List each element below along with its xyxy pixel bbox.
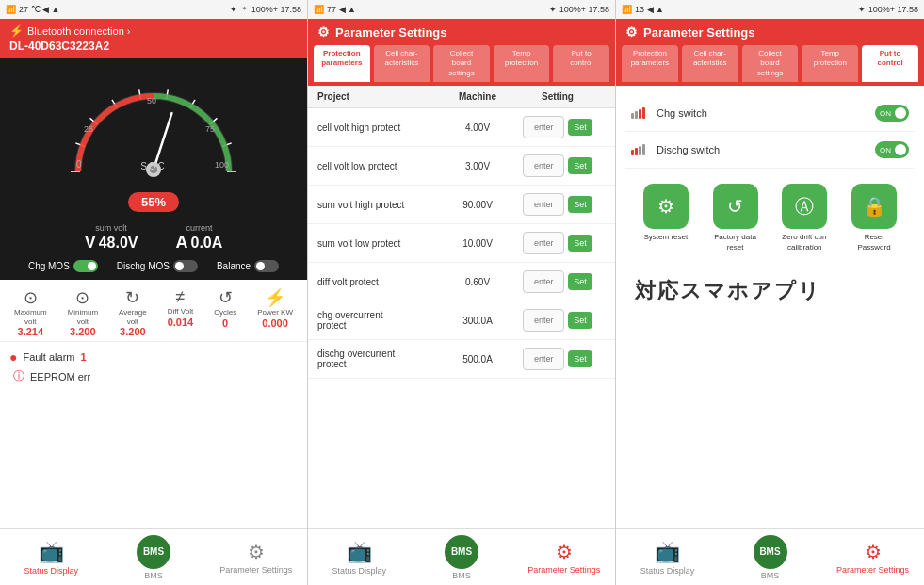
param-name-dischg-oc: dischg overcurrentprotect — [317, 349, 446, 369]
nav-status-display-2[interactable]: 📺 Status Display — [308, 529, 411, 585]
enter-input-chg-oc[interactable] — [523, 309, 564, 332]
eeprom-row: ⓘ EEPROM err — [9, 368, 298, 384]
enter-input-sum-high[interactable] — [523, 193, 564, 216]
bt-label[interactable]: Bluetooth connection › — [27, 25, 130, 37]
tab-protection-3[interactable]: Protectionparameters — [622, 45, 678, 82]
bms-icon-1: BMS — [137, 535, 170, 569]
nav-bms-3[interactable]: BMS BMS — [719, 529, 821, 585]
svg-text:50: 50 — [147, 96, 156, 106]
status-bar-2: 📶 77 ◀ ▲ ✦ 100%+ 17:58 — [308, 0, 615, 19]
tab-collect-3[interactable]: Collectboardsettings — [742, 45, 799, 82]
tab-cell-char-3[interactable]: Cell char-acteristics — [682, 45, 738, 82]
dischg-switch-toggle-wrap[interactable]: ON — [875, 141, 909, 158]
col-setting-header: Setting — [510, 91, 606, 102]
nav-status-label-2: Status Display — [332, 566, 387, 576]
metric-cycles: ↺ Cycles 0 — [214, 287, 236, 337]
set-btn-diff[interactable]: Set — [568, 273, 592, 290]
metric-diff-volt: ≠ Diff Volt 0.014 — [168, 287, 194, 337]
status-bar-left-2: 📶 77 ◀ ▲ — [314, 5, 356, 14]
bottom-nav-2: 📺 Status Display BMS BMS ⚙ Parameter Set… — [308, 528, 615, 585]
param-title-3: Parameter Settings — [643, 25, 755, 40]
tab-collect-2[interactable]: Collectboardsettings — [433, 45, 490, 82]
param-setting-chg-oc: Set — [510, 309, 606, 332]
nav-param-settings-2[interactable]: ⚙ Parameter Settings — [512, 529, 615, 585]
param-title-2: Parameter Settings — [335, 25, 447, 40]
set-btn-cell-high[interactable]: Set — [568, 119, 592, 136]
enter-input-sum-low[interactable] — [523, 232, 564, 254]
status-bar-1: 📶 27 ℃ ◀ ▲ ✦ ＊ 100%+ 17:58 — [0, 0, 307, 19]
status-signal-1: 📶 — [6, 5, 16, 14]
dischg-mos: Dischg MOS — [117, 260, 198, 272]
nav-status-display-3[interactable]: 📺 Status Display — [616, 529, 719, 585]
param-name-cell-high: cell volt high protect — [317, 122, 446, 133]
gauge-container: 0 25 50 75 100 SOC — [59, 68, 248, 190]
reset-password-btn[interactable]: 🔒 ResetPassword — [851, 184, 897, 252]
factory-reset-btn[interactable]: ↺ Factory datareset — [713, 184, 758, 252]
set-btn-sum-high[interactable]: Set — [568, 196, 592, 213]
nav-bms-1[interactable]: BMS BMS — [103, 529, 205, 585]
bms-text-1: BMS — [143, 546, 164, 557]
col-project-header: Project — [317, 91, 446, 102]
app-header-1: ⚡ Bluetooth connection › DL-40D63C3223A2 — [0, 19, 307, 58]
bluetooth-icon: ⚡ — [9, 24, 24, 38]
chg-battery-icon — [631, 107, 645, 119]
param-name-sum-high: sum volt high protect — [317, 200, 446, 210]
status-bar-left-3: 📶 13 ◀ ▲ — [622, 5, 664, 14]
bms-icon-3: BMS — [754, 535, 787, 569]
max-volt-value: 3.214 — [18, 326, 44, 337]
param-setting-sum-low: Set — [510, 232, 606, 254]
tab-put-3[interactable]: Put tocontrol — [862, 45, 918, 82]
fault-area: ● Fault alarm 1 ⓘ EEPROM err — [0, 342, 307, 528]
enter-input-dischg-oc[interactable] — [523, 348, 564, 370]
param-machine-diff: 0.60V — [446, 277, 510, 287]
balance-toggle[interactable] — [254, 260, 279, 272]
param-name-diff: diff volt protect — [317, 277, 446, 287]
param-setting-cell-low: Set — [510, 154, 606, 177]
diff-volt-value: 0.014 — [168, 317, 194, 328]
status-time-right-1: ＊ 100%+ 17:58 — [240, 4, 301, 16]
enter-input-diff[interactable] — [523, 270, 564, 293]
nav-bms-2[interactable]: BMS BMS — [411, 529, 513, 585]
amp-icon: A — [176, 233, 188, 252]
nav-status-label-3: Status Display — [640, 566, 695, 576]
status-bar-3: 📶 13 ◀ ▲ ✦ 100%+ 17:58 — [616, 0, 924, 19]
enter-input-cell-high[interactable] — [523, 116, 564, 138]
cycles-label: Cycles — [214, 308, 236, 317]
status-bar-right-1: ✦ ＊ 100%+ 17:58 — [230, 4, 301, 16]
set-btn-sum-low[interactable]: Set — [568, 235, 592, 252]
soc-label: SOC — [140, 161, 167, 171]
dischg-mos-toggle[interactable] — [173, 260, 198, 272]
zero-drift-btn[interactable]: Ⓐ Zero drift currcalibration — [782, 184, 827, 252]
factory-reset-label: Factory datareset — [714, 233, 755, 252]
bottom-nav-1: 📺 Status Display BMS BMS ⚙ Parameter Set… — [0, 528, 307, 585]
nav-param-settings-1[interactable]: ⚙ Parameter Settings — [204, 529, 307, 585]
tab-put-2[interactable]: Put tocontrol — [553, 45, 609, 82]
set-btn-chg-oc[interactable]: Set — [568, 312, 592, 329]
chg-switch-toggle[interactable]: ON — [875, 105, 909, 122]
switches-section: Chg switch ON Dischg switch — [616, 86, 924, 528]
gear-icon-header-2: ⚙ — [317, 24, 330, 40]
tab-cell-char-2[interactable]: Cell char-acteristics — [374, 45, 430, 82]
avg-volt-value: 3.200 — [120, 326, 146, 337]
tab-temp-2[interactable]: Tempprotection — [494, 45, 550, 82]
enter-input-cell-low[interactable] — [523, 154, 564, 177]
status-bar-left-1: 📶 27 ℃ ◀ ▲ — [6, 5, 59, 14]
system-reset-btn[interactable]: ⚙ System reset — [643, 184, 689, 252]
tab-temp-3[interactable]: Tempprotection — [802, 45, 858, 82]
gear-icon-header-3: ⚙ — [625, 24, 638, 40]
gear-icon-2: ⚙ — [556, 541, 573, 563]
dischg-switch-toggle[interactable]: ON — [875, 141, 909, 158]
set-btn-dischg-oc[interactable]: Set — [568, 350, 592, 367]
status-signal-3: 📶 — [622, 5, 632, 14]
chg-switch-toggle-wrap[interactable]: ON — [875, 105, 909, 122]
action-grid: ⚙ System reset ↺ Factory datareset Ⓐ Zer… — [625, 169, 915, 268]
nav-param-settings-3[interactable]: ⚙ Parameter Settings — [821, 529, 924, 585]
tab-protection-2[interactable]: Protectionparameters — [314, 45, 370, 82]
set-btn-cell-low[interactable]: Set — [568, 157, 592, 174]
status-signal-2: 📶 — [314, 5, 324, 14]
chg-mos-toggle[interactable] — [73, 260, 98, 272]
factory-reset-icon: ↺ — [713, 184, 758, 229]
eeprom-label: EEPROM err — [30, 371, 90, 382]
bt-icon-1: ✦ — [230, 5, 237, 14]
nav-status-display-1[interactable]: 📺 Status Display — [0, 529, 103, 585]
